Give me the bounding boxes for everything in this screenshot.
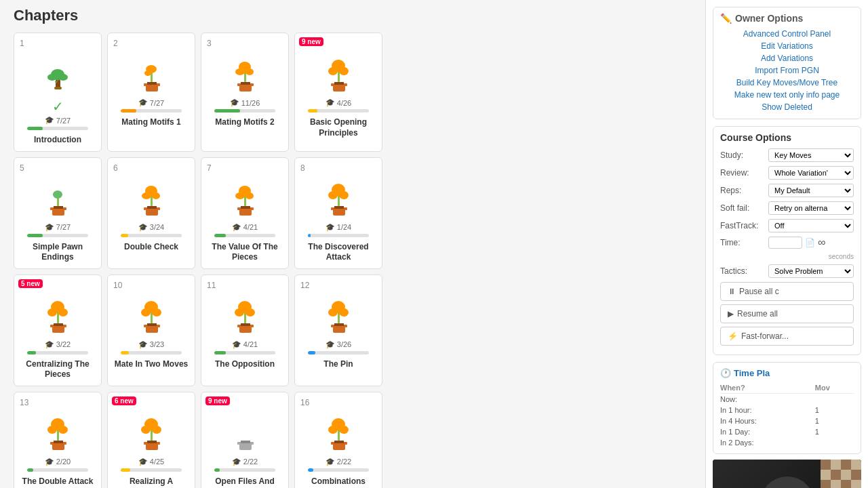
- plant-icon-7: [224, 178, 265, 219]
- svg-rect-105: [821, 460, 831, 470]
- progress-bar-container-9: [27, 351, 88, 354]
- chapter-title-13: The Double Attack: [22, 476, 94, 487]
- chapter-card-14[interactable]: 6 new 14 🎓 4/25 Realizing A Material...: [107, 392, 195, 488]
- badge-new-15: 9 new: [205, 396, 230, 405]
- when-cell: In 1 Day:: [720, 426, 815, 437]
- chess-svg: [821, 460, 861, 488]
- svg-rect-18: [241, 82, 250, 85]
- progress-bar-13: [27, 468, 33, 472]
- chapter-card-1[interactable]: 1 ✓ ✓ 🎓 7/27 Introduction: [14, 33, 102, 152]
- stats-text-4: 4/26: [337, 99, 351, 107]
- chapter-card-16[interactable]: 16 🎓 2/22 Combinations: [294, 392, 382, 488]
- chapter-card-8[interactable]: 8 🎓 1/24 The Discovered Attack: [294, 157, 382, 269]
- mov-cell: 1: [815, 405, 854, 415]
- chess-board-mini: [821, 460, 861, 488]
- owner-link-import-from-pgn[interactable]: Import From PGN: [720, 64, 854, 77]
- progress-bar-container-7: [214, 234, 275, 237]
- plant-icon-15: [224, 413, 265, 453]
- review-select[interactable]: Whole Variation' Single Move: [768, 166, 854, 180]
- progress-bar-container-11: [214, 351, 275, 354]
- svg-point-14: [235, 68, 245, 75]
- course-options-title: Course Options: [720, 132, 854, 143]
- resume-button[interactable]: ▶ Resume all: [720, 304, 854, 323]
- progress-bar-container-5: [27, 234, 88, 237]
- chapter-card-12[interactable]: 12 🎓 3/26 The Pin: [294, 274, 382, 386]
- chapter-title-15: Open Files And Outposts: [207, 476, 283, 488]
- svg-rect-25: [334, 82, 344, 85]
- progress-bar-16: [308, 468, 313, 472]
- chapter-title-11: The Opposition: [215, 359, 275, 370]
- chapter-number-3: 3: [207, 39, 212, 48]
- chapter-number-1: 1: [20, 39, 24, 48]
- chapter-stats-11: 🎓 4/21: [232, 340, 258, 349]
- svg-point-90: [152, 426, 161, 434]
- stats-text-16: 2/22: [337, 458, 351, 466]
- owner-options-panel: ✏️ Owner Options Advanced Control PanelE…: [713, 7, 861, 119]
- webcam-panel: 👤: [713, 460, 861, 488]
- progress-bar-8: [308, 234, 311, 237]
- svg-rect-30: [54, 206, 63, 209]
- chapter-card-7[interactable]: 7 🎓 4/21 The Value Of The Pieces: [201, 157, 289, 269]
- owner-link-show-deleted[interactable]: Show Deleted: [720, 101, 854, 113]
- svg-point-99: [328, 426, 338, 434]
- fasttrack-label: FastTrack:: [720, 221, 764, 230]
- chapter-card-6[interactable]: 6 🎓 3/24 Double Check: [107, 157, 195, 269]
- owner-options-title: ✏️ Owner Options: [720, 13, 854, 24]
- main-content: Chapters 1 ✓ ✓ 🎓 7/27 Introduction 2: [0, 0, 705, 488]
- owner-link-build-key-moves/move-tree[interactable]: Build Key Moves/Move Tree: [720, 77, 854, 89]
- chapter-stats-4: 🎓 4/26: [326, 98, 351, 107]
- reps-select[interactable]: My Default 123: [768, 184, 854, 197]
- chapter-card-5[interactable]: 5 🎓 7/27 Simple Pawn Endings: [14, 157, 102, 269]
- fastforward-button[interactable]: ⚡ Fast-forwar...: [720, 327, 854, 346]
- svg-rect-44: [241, 206, 250, 209]
- svg-point-33: [142, 192, 151, 199]
- chapter-card-2[interactable]: 2 🎓 7/27 Mating Motifs 1: [107, 33, 195, 152]
- progress-bar-container-1: [27, 127, 88, 130]
- owner-link-make-new-text-only-info-page[interactable]: Make new text only info page: [720, 89, 854, 101]
- study-row: Study: Key Moves All Moves: [720, 148, 854, 162]
- mortarboard-icon-14: 🎓: [138, 458, 148, 466]
- badge-new-14: 6 new: [112, 396, 136, 405]
- owner-link-advanced-control-panel[interactable]: Advanced Control Panel: [720, 28, 854, 40]
- chapter-card-9[interactable]: 5 new 9 🎓 3/22 Centralizing The Pieces: [14, 274, 102, 386]
- chapter-number-12: 12: [300, 281, 309, 290]
- chapter-title-4: Basic Opening Principles: [300, 117, 376, 138]
- tactics-select[interactable]: Solve Problem Show Solution: [768, 264, 854, 278]
- svg-point-89: [141, 426, 151, 434]
- chapter-stats-8: 🎓 1/24: [326, 223, 351, 232]
- mortarboard-icon-3: 🎓: [230, 98, 239, 107]
- plant-icon-11: [224, 296, 265, 336]
- softfail-label: Soft fail:: [720, 203, 764, 213]
- progress-bar-container-4: [308, 109, 369, 113]
- chapter-title-14: Realizing A Material...: [113, 476, 189, 488]
- chapter-card-4[interactable]: 9 new 4 🎓 4/26 Basic Opening Principles: [294, 33, 382, 152]
- pause-button[interactable]: ⏸ Pause all c: [720, 282, 854, 301]
- svg-rect-111: [841, 480, 851, 488]
- chapter-card-3[interactable]: 3 🎓 11/26 Mating Motifs 2: [201, 33, 289, 152]
- chapter-card-11[interactable]: 11 🎓 4/21 The Opposition: [201, 274, 289, 386]
- chapter-number-16: 16: [300, 398, 309, 407]
- svg-point-75: [328, 308, 338, 317]
- sidebar-wrapper: ✏️ Owner Options Advanced Control PanelE…: [705, 0, 868, 488]
- chapter-card-10[interactable]: 10 🎓 3/23 Mate In Two Moves: [107, 274, 195, 386]
- owner-link-add-variations[interactable]: Add Variations: [720, 52, 854, 64]
- progress-bar-3: [214, 109, 240, 113]
- chapter-number-6: 6: [113, 163, 118, 173]
- stats-text-13: 2/20: [56, 458, 71, 466]
- softfail-select[interactable]: Retry on alterna Skip: [768, 201, 854, 215]
- time-plan-row: Now:: [720, 394, 854, 405]
- badge-new-4: 9 new: [299, 37, 323, 46]
- progress-bar-container-2: [121, 109, 182, 113]
- chapter-card-13[interactable]: 13 🎓 2/20 The Double Attack: [14, 392, 102, 488]
- time-plan-row: In 4 Hours:1: [720, 415, 854, 426]
- owner-link-edit-variations[interactable]: Edit Variations: [720, 40, 854, 52]
- time-input[interactable]: [768, 237, 802, 249]
- seconds-label: seconds: [720, 253, 854, 260]
- progress-bar-15: [214, 468, 220, 472]
- svg-point-21: [328, 67, 338, 75]
- chapter-number-8: 8: [300, 163, 305, 173]
- fasttrack-select[interactable]: Off On: [768, 219, 854, 232]
- chapter-card-15[interactable]: 9 new 15 🎓 2/22 Open Files And Outposts: [201, 392, 289, 488]
- study-select[interactable]: Key Moves All Moves: [768, 148, 854, 162]
- svg-point-8: [144, 70, 151, 76]
